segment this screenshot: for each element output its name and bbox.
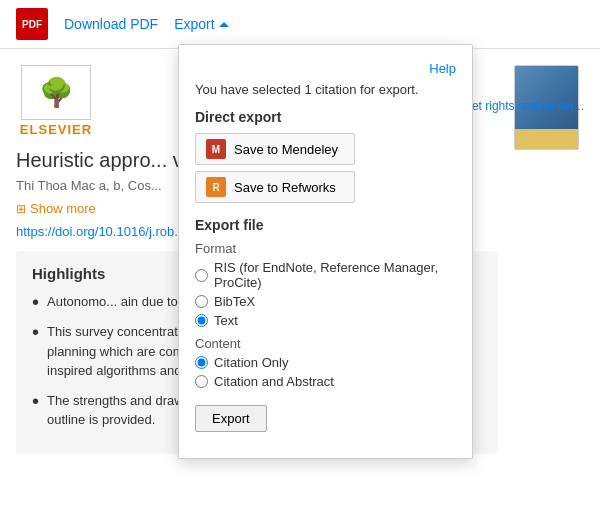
content-citation-only-option[interactable]: Citation Only	[195, 355, 456, 370]
save-to-mendeley-button[interactable]: M Save to Mendeley	[195, 133, 355, 165]
modal-overlay: Help You have selected 1 citation for ex…	[0, 0, 600, 528]
mendeley-icon: M	[206, 139, 226, 159]
export-submit-button[interactable]: Export	[195, 405, 267, 432]
format-radio-group: RIS (for EndNote, Reference Manager, Pro…	[195, 260, 456, 328]
format-text-option[interactable]: Text	[195, 313, 456, 328]
direct-export-buttons: M Save to Mendeley R Save to Refworks	[195, 133, 456, 203]
refworks-icon: R	[206, 177, 226, 197]
modal-help-link[interactable]: Help	[195, 61, 456, 76]
export-file-section: Export file Format RIS (for EndNote, Ref…	[195, 217, 456, 432]
export-modal: Help You have selected 1 citation for ex…	[178, 44, 473, 459]
direct-export-title: Direct export	[195, 109, 456, 125]
format-label: Format	[195, 241, 456, 256]
content-radio-group: Citation Only Citation and Abstract	[195, 355, 456, 389]
content-citation-abstract-option[interactable]: Citation and Abstract	[195, 374, 456, 389]
selection-message: You have selected 1 citation for export.	[195, 82, 456, 97]
content-citation-abstract-radio[interactable]	[195, 375, 208, 388]
export-file-title: Export file	[195, 217, 456, 233]
content-citation-only-radio[interactable]	[195, 356, 208, 369]
format-text-radio[interactable]	[195, 314, 208, 327]
format-ris-option[interactable]: RIS (for EndNote, Reference Manager, Pro…	[195, 260, 456, 290]
format-bibtex-option[interactable]: BibTeX	[195, 294, 456, 309]
save-to-refworks-button[interactable]: R Save to Refworks	[195, 171, 355, 203]
format-bibtex-radio[interactable]	[195, 295, 208, 308]
format-ris-radio[interactable]	[195, 269, 208, 282]
content-label: Content	[195, 336, 456, 351]
